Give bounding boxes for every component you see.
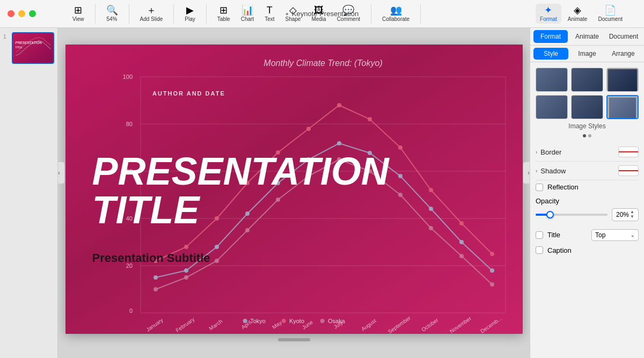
toolbar-group-play: ▶ Play [174, 4, 206, 24]
border-chevron-icon: › [536, 149, 537, 155]
arrange-tab[interactable]: Arrange [606, 48, 641, 60]
legend-tokyo: Tokyo [243, 318, 266, 324]
border-color-swatch[interactable] [618, 147, 639, 157]
img-style-3[interactable] [606, 68, 639, 92]
collapse-right-button[interactable]: › [523, 162, 530, 184]
format-sub-tabs: Style Image Arrange [530, 46, 644, 62]
table-button[interactable]: ⊞ Table [213, 4, 235, 24]
minimize-button[interactable] [18, 10, 25, 17]
img-style-5[interactable] [571, 95, 603, 119]
format-button[interactable]: ✦ Format [536, 4, 561, 24]
legend-dot-kyoto [282, 319, 286, 323]
svg-point-29 [215, 245, 219, 249]
svg-text:Monthly Climate Trend: (Tokyo): Monthly Climate Trend: (Tokyo) [264, 59, 382, 68]
svg-point-44 [306, 127, 311, 131]
svg-point-45 [337, 103, 341, 107]
border-row: › Border [536, 143, 639, 162]
reflection-row: Reflection [536, 180, 639, 194]
collaborate-label: Collaborate [382, 16, 409, 22]
slide-canvas[interactable]: 100 80 60 40 20 0 January February March… [65, 45, 523, 334]
toolbar-group-collaborate: 👥 Collaborate [371, 4, 421, 24]
legend-dot-tokyo [243, 319, 247, 323]
presentation-title[interactable]: PRESENTATION TITLE [92, 152, 496, 229]
zoom-button[interactable]: 🔍 54% [102, 4, 122, 24]
opacity-stepper[interactable]: ▲ ▼ [630, 210, 634, 220]
shadow-row: › Shadow [536, 162, 639, 180]
document-label: Document [598, 16, 623, 22]
format-label: Format [540, 16, 557, 22]
animate-tab[interactable]: Animate [570, 30, 604, 43]
collapse-left-button[interactable]: ‹ [58, 162, 64, 184]
svg-point-28 [184, 268, 188, 273]
title-position-select[interactable]: Top ⌄ [591, 229, 639, 241]
opacity-slider[interactable] [536, 214, 608, 216]
opacity-value: 20% [616, 211, 629, 218]
slide-number: 1 [3, 32, 10, 40]
title-row-label: Title [547, 231, 587, 239]
panel-top-tabs: Format Animate Document [530, 28, 644, 46]
dot-1[interactable] [583, 134, 586, 137]
opacity-down-arrow[interactable]: ▼ [630, 215, 634, 220]
scroll-indicator [278, 338, 310, 341]
play-icon: ▶ [186, 5, 194, 15]
svg-point-61 [459, 254, 464, 258]
animate-icon: ◈ [574, 5, 581, 15]
shadow-color-swatch[interactable] [618, 165, 639, 176]
document-icon: 📄 [604, 5, 616, 15]
title-checkbox[interactable] [536, 231, 543, 239]
view-label: View [72, 16, 84, 22]
border-text: Border [540, 148, 561, 156]
maximize-button[interactable] [29, 10, 36, 17]
slide-thumbnail[interactable]: PRESENTATION TITLE [12, 32, 54, 64]
zoom-label: 54% [106, 16, 117, 22]
image-styles-dots [536, 134, 639, 137]
title-select-chevron: ⌄ [631, 232, 635, 238]
window-title: ● Keynote Presentation [286, 10, 358, 18]
add-slide-button[interactable]: ＋ Add Slide [136, 4, 167, 24]
svg-point-33 [337, 141, 341, 145]
img-style-2[interactable] [571, 68, 603, 92]
legend-dot-osaka [320, 319, 325, 323]
dot-2[interactable] [588, 134, 591, 137]
svg-point-27 [153, 275, 158, 280]
title-bar: ● Keynote Presentation ⊞ View 🔍 54% ＋ Ad… [0, 0, 644, 28]
img-style-6-selected[interactable] [606, 95, 639, 119]
image-styles-grid [536, 68, 639, 119]
add-slide-icon: ＋ [147, 5, 156, 15]
slide-1-container[interactable]: 1 PRESENTATION TITLE [3, 32, 54, 64]
legend-label-tokyo: Tokyo [250, 318, 266, 324]
play-button[interactable]: ▶ Play [180, 4, 199, 24]
legend-label-osaka: Osaka [328, 318, 345, 324]
view-button[interactable]: ⊞ View [68, 4, 89, 24]
legend-label-kyoto: Kyoto [289, 318, 304, 324]
svg-text:80: 80 [126, 121, 132, 127]
image-tab[interactable]: Image [569, 48, 604, 60]
toolbar-group-view: ⊞ View [47, 4, 96, 24]
svg-point-47 [398, 145, 402, 150]
legend-kyoto: Kyoto [282, 318, 304, 324]
animate-button[interactable]: ◈ Animate [564, 4, 592, 24]
img-style-1[interactable] [536, 68, 568, 92]
chart-button[interactable]: 📊 Chart [237, 4, 258, 24]
text-button[interactable]: T Text [260, 4, 279, 24]
opacity-row: 20% ▲ ▼ [536, 208, 639, 221]
reflection-checkbox[interactable] [536, 184, 543, 191]
chart-label: Chart [241, 16, 254, 22]
opacity-section: Opacity 20% ▲ ▼ [536, 197, 639, 221]
table-icon: ⊞ [219, 5, 228, 15]
animate-label: Animate [568, 16, 588, 22]
close-button[interactable] [8, 10, 14, 17]
presentation-subtitle[interactable]: Presentation Subtitle [92, 251, 210, 265]
format-tab[interactable]: Format [533, 30, 568, 43]
svg-point-37 [459, 240, 464, 244]
svg-point-53 [215, 259, 219, 263]
collaborate-button[interactable]: 👥 Collaborate [378, 4, 414, 24]
chart-legend: Tokyo Kyoto Osaka [243, 318, 345, 324]
style-tab[interactable]: Style [533, 48, 568, 60]
shadow-label: › Shadow [536, 167, 566, 175]
caption-checkbox[interactable] [536, 246, 543, 254]
opacity-thumb[interactable] [546, 211, 554, 218]
document-button[interactable]: 📄 Document [594, 4, 627, 24]
img-style-4[interactable] [536, 95, 568, 119]
document-tab[interactable]: Document [606, 30, 641, 43]
